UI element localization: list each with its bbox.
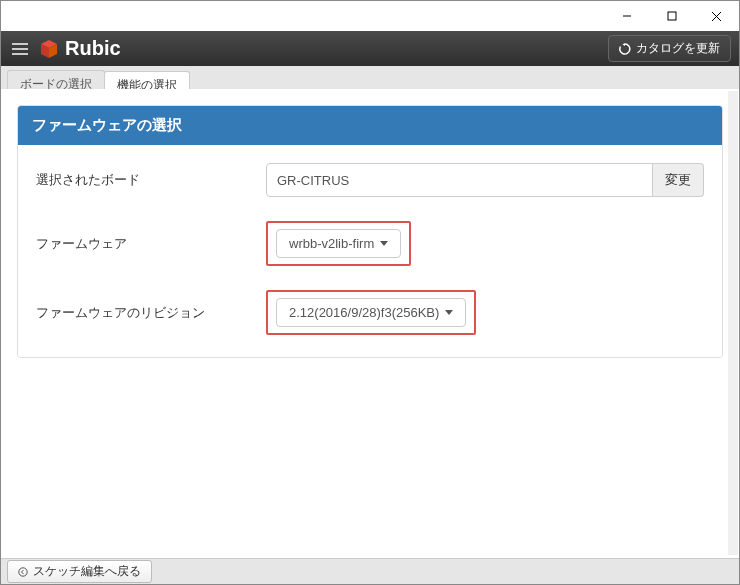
app-header: Rubic カタログを更新 <box>1 31 739 66</box>
caret-down-icon <box>445 310 453 315</box>
revision-highlight: 2.12(2016/9/28)f3(256KB) <box>266 290 476 335</box>
footer-bar: スケッチ編集へ戻る <box>1 558 739 584</box>
menu-icon[interactable] <box>9 38 31 60</box>
caret-down-icon <box>380 241 388 246</box>
window-maximize[interactable] <box>649 1 694 31</box>
cube-icon <box>39 39 59 59</box>
window-titlebar <box>1 1 739 31</box>
back-to-sketch-button[interactable]: スケッチ編集へ戻る <box>7 560 152 583</box>
row-revision: ファームウェアのリビジョン 2.12(2016/9/28)f3(256KB) <box>36 290 704 335</box>
window-minimize[interactable] <box>604 1 649 31</box>
svg-rect-1 <box>668 12 676 20</box>
label-selected-board: 選択されたボード <box>36 171 266 189</box>
app-logo: Rubic <box>39 37 121 60</box>
panel-title: ファームウェアの選択 <box>18 106 722 145</box>
app-name: Rubic <box>65 37 121 60</box>
change-board-button[interactable]: 変更 <box>653 163 704 197</box>
selected-board-input[interactable] <box>266 163 653 197</box>
back-label: スケッチ編集へ戻る <box>33 563 141 580</box>
svg-marker-10 <box>623 43 626 46</box>
row-selected-board: 選択されたボード 変更 <box>36 163 704 197</box>
firmware-panel: ファームウェアの選択 選択されたボード 変更 ファームウェア wrbb-v2li… <box>17 105 723 358</box>
label-revision: ファームウェアのリビジョン <box>36 304 266 322</box>
firmware-value: wrbb-v2lib-firm <box>289 236 374 251</box>
refresh-catalog-button[interactable]: カタログを更新 <box>608 35 731 62</box>
revision-value: 2.12(2016/9/28)f3(256KB) <box>289 305 439 320</box>
svg-point-11 <box>19 567 27 575</box>
revision-dropdown[interactable]: 2.12(2016/9/28)f3(256KB) <box>276 298 466 327</box>
firmware-highlight: wrbb-v2lib-firm <box>266 221 411 266</box>
row-firmware: ファームウェア wrbb-v2lib-firm <box>36 221 704 266</box>
panel-body: 選択されたボード 変更 ファームウェア wrbb-v2lib-firm <box>18 145 722 357</box>
back-arrow-icon <box>18 567 28 577</box>
content-area: ファームウェアの選択 選択されたボード 変更 ファームウェア wrbb-v2li… <box>1 89 739 557</box>
firmware-dropdown[interactable]: wrbb-v2lib-firm <box>276 229 401 258</box>
refresh-label: カタログを更新 <box>636 40 720 57</box>
window-close[interactable] <box>694 1 739 31</box>
scrollbar[interactable] <box>728 91 738 555</box>
label-firmware: ファームウェア <box>36 235 266 253</box>
refresh-icon <box>619 43 631 55</box>
